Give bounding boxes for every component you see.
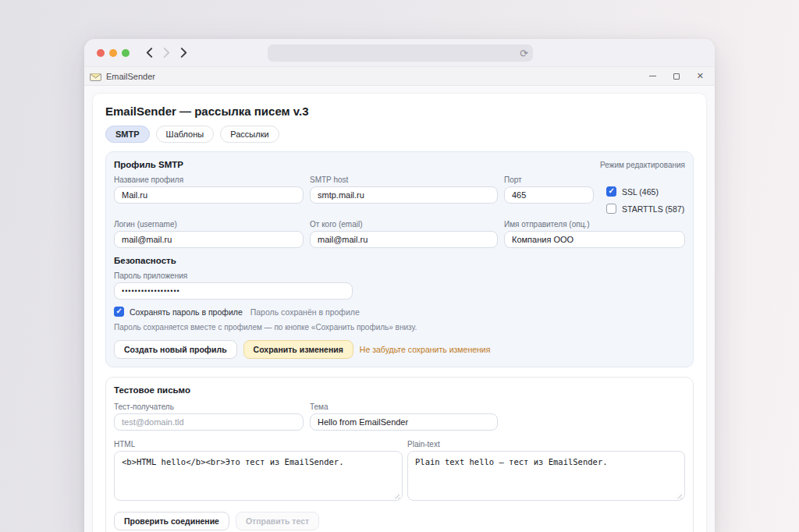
html-body-label: HTML — [114, 440, 403, 449]
desktop-background: ⟳ EmailSender ✕ EmailSender — рассылка п… — [0, 0, 799, 532]
test-recipient-label: Тест-получатель — [114, 403, 304, 411]
test-row-1: Тест-получатель Тема — [114, 403, 685, 431]
maximize-icon[interactable] — [673, 73, 680, 80]
reload-icon[interactable]: ⟳ — [520, 48, 528, 59]
tab-campaigns[interactable]: Рассылки — [220, 126, 279, 143]
test-panel-title: Тестовое письмо — [114, 385, 190, 395]
port-input[interactable] — [504, 186, 594, 204]
login-label: Логин (username) — [114, 220, 304, 229]
smtp-row-1: Название профиля SMTP host Порт — [114, 176, 685, 214]
forward-icon[interactable] — [179, 48, 188, 58]
ssl-checkbox[interactable] — [606, 186, 616, 197]
sender-name-label: Имя отправителя (опц.) — [504, 220, 685, 229]
smtp-profile-panel: Профиль SMTP Режим редактирования Назван… — [105, 151, 694, 367]
nav-buttons — [145, 48, 188, 58]
html-body-textarea[interactable]: <b>HTML hello</b><br>Это тест из EmailSe… — [114, 451, 403, 501]
profile-name-input[interactable] — [114, 186, 304, 204]
back-icon[interactable] — [145, 48, 154, 58]
save-password-label: Сохранять пароль в профиле — [130, 307, 243, 317]
check-connection-button[interactable]: Проверить соединение — [114, 512, 229, 530]
tab-templates[interactable]: Шаблоны — [156, 126, 215, 143]
from-email-input[interactable] — [310, 231, 498, 248]
minimize-traffic-light-icon[interactable] — [109, 49, 117, 57]
envelope-icon — [90, 72, 101, 81]
browser-toolbar: ⟳ — [84, 39, 715, 67]
page-title: EmailSender — рассылка писем v.3 — [105, 105, 694, 118]
smtp-host-input[interactable] — [310, 186, 498, 204]
smtp-panel-title: Профиль SMTP — [114, 160, 183, 169]
test-email-panel: Тестовое письмо Тест-получатель Тема — [105, 377, 694, 532]
send-test-button[interactable]: Отправить тест — [236, 512, 319, 530]
login-input[interactable] — [114, 231, 304, 248]
app-password-label: Пароль приложения — [114, 271, 353, 280]
password-note: Пароль сохраняется вместе с профилем — п… — [114, 322, 520, 334]
smtp-host-label: SMTP host — [310, 176, 498, 184]
tab-smtp[interactable]: SMTP — [105, 126, 150, 143]
main-card: EmailSender — рассылка писем v.3 SMTP Ша… — [92, 93, 707, 532]
smtp-row-2: Логин (username) От кого (email) Имя отп… — [114, 220, 685, 248]
save-changes-button[interactable]: Сохранить изменения — [243, 340, 353, 359]
app-password-input[interactable] — [114, 282, 353, 300]
address-bar[interactable]: ⟳ — [268, 44, 533, 62]
test-recipient-input[interactable] — [114, 413, 304, 431]
app-content: EmailSender — рассылка писем v.3 SMTP Ша… — [84, 86, 715, 532]
edit-mode-label: Режим редактирования — [600, 161, 685, 169]
security-section-title: Безопасность — [114, 256, 685, 265]
forward-disabled-icon — [162, 48, 171, 58]
starttls-label: STARTTLS (587) — [622, 204, 684, 214]
close-icon[interactable]: ✕ — [697, 72, 704, 80]
sender-name-input[interactable] — [504, 231, 685, 248]
from-email-label: От кого (email) — [310, 220, 498, 229]
close-traffic-light-icon[interactable] — [97, 49, 105, 57]
zoom-traffic-light-icon[interactable] — [122, 49, 130, 57]
plain-text-textarea[interactable]: Plain text hello — тест из EmailSender. — [407, 451, 685, 501]
unsaved-changes-warning: Не забудьте сохранить изменения — [360, 345, 491, 354]
browser-window: ⟳ EmailSender ✕ EmailSender — рассылка п… — [84, 39, 715, 532]
ssl-label: SSL (465) — [622, 187, 659, 197]
app-title: EmailSender — [106, 72, 155, 81]
minimize-icon[interactable] — [649, 76, 656, 76]
traffic-lights — [97, 49, 130, 57]
tab-bar: SMTP Шаблоны Рассылки — [105, 126, 694, 143]
subject-input[interactable] — [310, 413, 498, 431]
test-row-2: HTML <b>HTML hello</b><br>Это тест из Em… — [114, 440, 685, 504]
plain-text-label: Plain-text — [407, 440, 685, 449]
port-label: Порт — [504, 176, 594, 184]
starttls-checkbox[interactable] — [606, 204, 616, 214]
save-password-checkbox[interactable] — [114, 307, 124, 317]
app-titlebar: EmailSender ✕ — [84, 67, 715, 86]
create-profile-button[interactable]: Создать новый профиль — [114, 340, 237, 359]
window-controls: ✕ — [649, 72, 704, 80]
profile-name-label: Название профиля — [114, 176, 304, 184]
password-saved-status: Пароль сохранён в профиле — [250, 307, 360, 317]
subject-label: Тема — [310, 403, 498, 411]
